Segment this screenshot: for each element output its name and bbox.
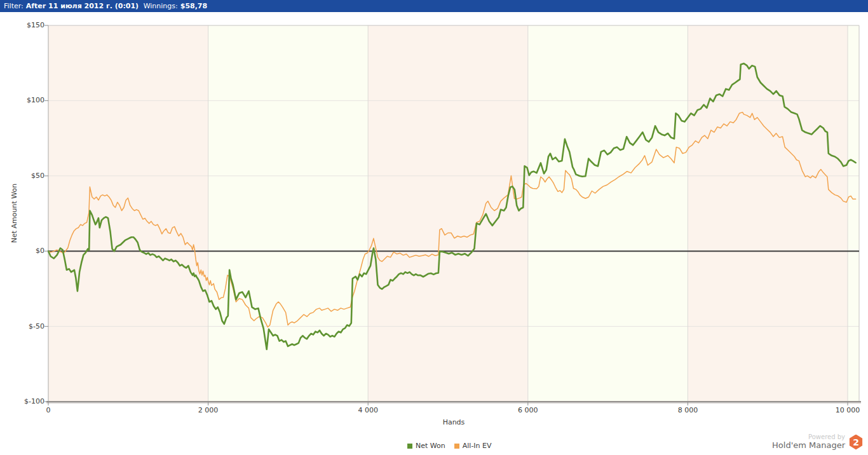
x-tick-label: 6 000 xyxy=(506,406,550,414)
band xyxy=(48,25,208,402)
hm2-badge-icon: 2 xyxy=(849,435,863,450)
legend-item-net-won[interactable]: Net Won xyxy=(407,442,445,450)
y-tick-label: $50 xyxy=(15,172,44,180)
all-in-ev-swatch-icon xyxy=(454,444,459,449)
y-tick-label: $-50 xyxy=(15,322,44,330)
legend: Net Won All-In EV xyxy=(407,442,492,450)
band xyxy=(368,25,528,402)
legend-label-net-won: Net Won xyxy=(416,442,445,450)
plot-area[interactable] xyxy=(0,0,868,455)
y-axis-title: Net Amount Won xyxy=(10,169,18,258)
y-tick-label: $-100 xyxy=(15,397,44,405)
legend-label-all-in-ev: All-In EV xyxy=(463,442,492,450)
band xyxy=(528,25,688,402)
powered-by-label: Powered by xyxy=(772,433,845,440)
x-axis-line xyxy=(46,401,861,403)
hm2-graph-window: Filter:After 11 июля 2012 г. (0:01) Winn… xyxy=(0,0,868,455)
holdem-manager-branding: Powered by Hold'em Manager 2 xyxy=(772,433,863,451)
net-won-swatch-icon xyxy=(407,444,412,449)
brand-name: Hold'em Manager xyxy=(772,440,845,451)
x-tick-label: 0 xyxy=(26,406,71,414)
band xyxy=(688,25,848,402)
legend-item-all-in-ev[interactable]: All-In EV xyxy=(454,442,492,450)
x-tick-label: 2 000 xyxy=(186,406,231,414)
x-tick-label: 4 000 xyxy=(346,406,390,414)
band xyxy=(848,25,859,402)
x-tick-label: 8 000 xyxy=(665,406,710,414)
y-tick-label: $0 xyxy=(15,247,44,255)
x-axis-title: Hands xyxy=(422,418,485,426)
y-tick-label: $150 xyxy=(15,21,44,29)
x-tick-label: 10 000 xyxy=(825,406,868,414)
y-tick-label: $100 xyxy=(15,96,44,104)
